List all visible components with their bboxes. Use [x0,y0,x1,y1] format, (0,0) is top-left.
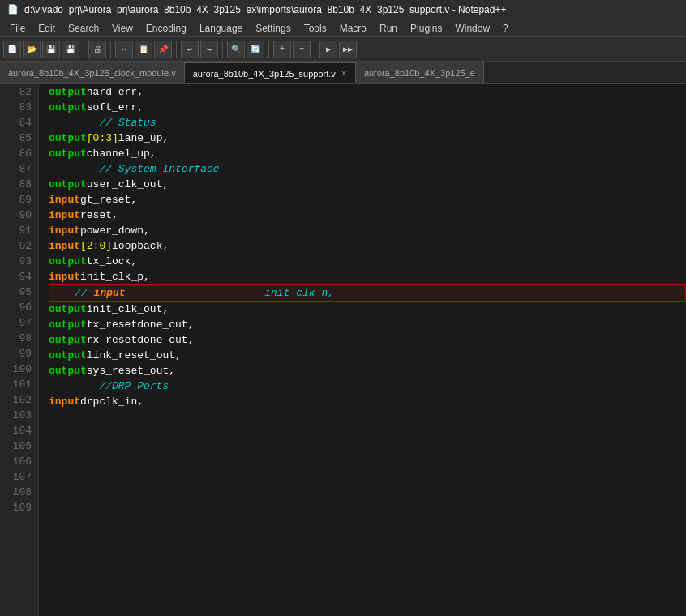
keyword-output: output [49,177,87,192]
menu-item-search[interactable]: Search [62,21,105,36]
line-number-90: 90 [6,207,32,223]
menu-item-language[interactable]: Language [193,21,249,36]
menu-item-file[interactable]: File [3,21,32,36]
line-number-92: 92 [6,238,32,254]
menu-item-?[interactable]: ? [496,21,515,36]
signal-name: drpclk_in, [80,394,144,409]
sep5 [268,41,269,58]
tab-ex-label: aurora_8b10b_4X_3p125_e [364,68,475,78]
line-number-84: 84 [6,115,32,130]
line-number-108: 108 [6,485,32,500]
line-number-85: 85 [6,130,32,146]
code-line-108: //DRP Ports [49,379,686,394]
menu-item-tools[interactable]: Tools [298,21,333,36]
tab-ex[interactable]: aurora_8b10b_4X_3p125_e [356,62,484,83]
menu-item-macro[interactable]: Macro [333,21,373,36]
replace-btn[interactable]: 🔄 [247,41,264,58]
line-number-91: 91 [6,223,32,238]
line-number-99: 99 [6,346,32,361]
line-number-95: 95 [6,284,32,300]
code-line-94: input reset, [49,207,686,223]
keyword-output: output [49,363,87,379]
line-number-104: 104 [6,423,32,438]
code-line-93: input gt_reset, [49,192,686,207]
signal-name: lane_up, [118,130,169,146]
print-btn[interactable]: 🖨 [88,41,106,58]
paste-btn[interactable]: 📌 [154,41,172,58]
sep4 [222,41,223,58]
line-number-82: 82 [6,84,32,100]
line-number-97: 97 [6,315,32,331]
zoom-out-btn[interactable]: − [293,41,311,58]
tab-support-label: aurora_8b10b_4X_3p125_support.v [193,69,336,79]
menu-bar: FileEditSearchViewEncodingLanguageSettin… [0,19,686,37]
menu-item-view[interactable]: View [105,21,139,36]
macro-btn[interactable]: ▶ [319,41,337,58]
line-number-88: 88 [6,177,32,192]
line-number-109: 109 [6,500,32,515]
code-line-101: // input init_clk_n, [49,284,686,302]
open-btn[interactable]: 📂 [23,41,41,58]
keyword-input: input [49,192,80,207]
range-spec: [2:0] [80,238,112,254]
line-number-86: 86 [6,146,32,161]
line-number-83: 83 [6,100,32,115]
code-line-105: output link_reset_out, [49,348,686,363]
line-number-100: 100 [6,361,32,377]
keyword-output: output [49,146,87,161]
line-number-98: 98 [6,331,32,346]
save-btn[interactable]: 💾 [42,41,60,58]
line-number-105: 105 [6,438,32,454]
signal-name: reset, [80,207,118,223]
signal-name: link_reset_out, [87,348,182,363]
code-line-84: // Status [49,115,686,130]
find-btn[interactable]: 🔍 [227,41,245,58]
menu-item-plugins[interactable]: Plugins [404,21,448,36]
code-line-92: output user_clk_out, [49,177,686,192]
signal-name: rx_resetdone_out, [87,332,195,348]
title-text: d:\vivado_prj\Aurora_prj\aurora_8b10b_4X… [24,4,506,15]
cut-btn[interactable]: ✂ [115,41,133,58]
menu-item-run[interactable]: Run [373,21,404,36]
line-number-93: 93 [6,254,32,269]
save-all-btn[interactable]: 💾 [62,41,79,58]
sep1 [84,41,84,58]
signal-name: loopback, [112,238,169,254]
tab-support-close[interactable]: ✕ [341,69,347,78]
signal-name: tx_lock, [87,254,137,269]
keyword-input: input [49,207,80,223]
tab-clock-module[interactable]: aurora_8b10b_4X_3p125_clock_module.v [0,62,185,83]
copy-btn[interactable]: 📋 [135,41,152,58]
title-bar: 📄 d:\vivado_prj\Aurora_prj\aurora_8b10b_… [0,0,686,19]
keyword-output: output [49,100,87,115]
line-number-107: 107 [6,469,32,485]
code-content[interactable]: output hard_err, output soft_err, // Sta… [39,84,686,616]
signal-name: tx_resetdone_out, [87,317,195,332]
code-container: 8283848586878889909192939495969798991001… [0,84,686,616]
keyword-input: input [49,238,80,254]
new-btn[interactable]: 📄 [3,41,21,58]
keyword-input: input [49,394,80,409]
undo-btn[interactable]: ↩ [181,41,199,58]
code-line-100: input init_clk_p, [49,269,686,284]
keyword-output: output [49,317,87,332]
signal-name: power_down, [80,223,150,238]
code-line-106: output sys_reset_out, [49,363,686,379]
run-btn[interactable]: ▶▶ [339,41,357,58]
menu-item-edit[interactable]: Edit [32,21,62,36]
comment-text: // System Interface [49,161,220,177]
menu-item-window[interactable]: Window [448,21,496,36]
tab-support[interactable]: aurora_8b10b_4X_3p125_support.v ✕ [185,62,356,83]
zoom-in-btn[interactable]: + [273,41,291,58]
menu-item-settings[interactable]: Settings [249,21,297,36]
redo-btn[interactable]: ↪ [200,41,218,58]
comment-text: // Status [49,115,156,130]
code-line-91: // System Interface [49,161,686,177]
code-line-85: output [0:3] lane_up, [49,130,686,146]
signal-name: hard_err, [87,84,144,100]
signal-name: channel_up, [87,146,156,161]
line-number-101: 101 [6,377,32,392]
range-spec: [0:3] [87,130,118,146]
menu-item-encoding[interactable]: Encoding [139,21,193,36]
signal-name: sys_reset_out, [87,363,175,379]
